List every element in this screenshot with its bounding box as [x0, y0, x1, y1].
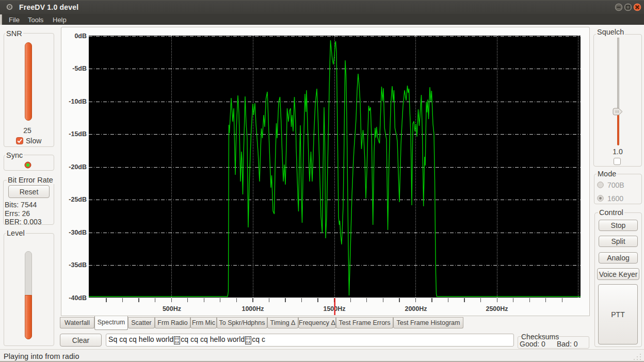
- svg-text:500Hz: 500Hz: [163, 305, 181, 312]
- svg-text:1000Hz: 1000Hz: [242, 305, 264, 312]
- svg-text:-20dB: -20dB: [69, 163, 87, 171]
- svg-text:2000Hz: 2000Hz: [405, 305, 427, 312]
- svg-text:-5dB: -5dB: [72, 65, 87, 72]
- svg-text:-30dB: -30dB: [69, 229, 87, 236]
- svg-text:2500Hz: 2500Hz: [486, 305, 508, 312]
- svg-text:-35dB: -35dB: [69, 261, 87, 269]
- svg-text:0dB: 0dB: [74, 32, 87, 40]
- svg-text:-25dB: -25dB: [69, 196, 87, 203]
- svg-text:-15dB: -15dB: [69, 130, 87, 138]
- svg-text:-10dB: -10dB: [69, 98, 87, 105]
- svg-text:-40dB: -40dB: [69, 294, 87, 302]
